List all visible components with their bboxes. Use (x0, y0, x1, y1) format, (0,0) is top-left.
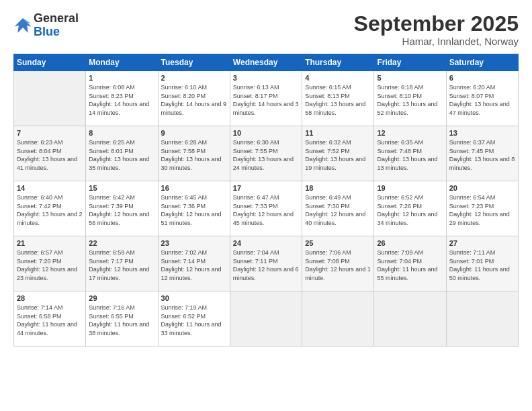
day-cell: 3Sunrise: 6:13 AMSunset: 8:17 PMDaylight… (230, 71, 302, 126)
cell-content: Sunrise: 6:42 AMSunset: 7:39 PMDaylight:… (89, 194, 149, 226)
cell-content: Sunrise: 7:16 AMSunset: 6:55 PMDaylight:… (89, 304, 149, 336)
day-cell: 24Sunrise: 7:04 AMSunset: 7:11 PMDayligh… (230, 236, 302, 291)
day-number: 29 (89, 294, 154, 302)
cell-content: Sunrise: 7:19 AMSunset: 6:52 PMDaylight:… (161, 304, 222, 336)
day-cell: 10Sunrise: 6:30 AMSunset: 7:55 PMDayligh… (230, 126, 302, 181)
day-cell: 8Sunrise: 6:25 AMSunset: 8:01 PMDaylight… (86, 126, 158, 181)
cell-content: Sunrise: 6:45 AMSunset: 7:36 PMDaylight:… (161, 194, 222, 226)
day-cell: 7Sunrise: 6:23 AMSunset: 8:04 PMDaylight… (14, 126, 86, 181)
calendar-page: General Blue September 2025 Hamar, Innla… (0, 0, 532, 411)
logo-icon (13, 16, 32, 35)
day-cell: 15Sunrise: 6:42 AMSunset: 7:39 PMDayligh… (86, 181, 158, 236)
cell-content: Sunrise: 6:59 AMSunset: 7:17 PMDaylight:… (89, 249, 149, 281)
day-number: 11 (305, 129, 371, 137)
day-cell: 27Sunrise: 7:11 AMSunset: 7:01 PMDayligh… (446, 236, 518, 291)
day-cell: 29Sunrise: 7:16 AMSunset: 6:55 PMDayligh… (86, 291, 158, 347)
col-header-wednesday: Wednesday (230, 54, 302, 71)
day-number: 7 (17, 129, 83, 137)
cell-content: Sunrise: 6:23 AMSunset: 8:04 PMDaylight:… (17, 139, 77, 171)
day-number: 17 (233, 184, 299, 192)
day-cell: 19Sunrise: 6:52 AMSunset: 7:26 PMDayligh… (374, 181, 446, 236)
col-header-sunday: Sunday (14, 54, 86, 71)
logo-text: General Blue (34, 12, 79, 39)
cell-content: Sunrise: 6:18 AMSunset: 8:10 PMDaylight:… (377, 84, 437, 116)
day-number: 9 (161, 129, 227, 137)
week-row-3: 14Sunrise: 6:40 AMSunset: 7:42 PMDayligh… (14, 181, 519, 236)
cell-content: Sunrise: 6:37 AMSunset: 7:45 PMDaylight:… (449, 139, 515, 171)
day-number: 15 (89, 184, 154, 192)
day-cell: 18Sunrise: 6:49 AMSunset: 7:30 PMDayligh… (302, 181, 374, 236)
cell-content: Sunrise: 6:08 AMSunset: 8:23 PMDaylight:… (89, 84, 149, 116)
cell-content: Sunrise: 6:30 AMSunset: 7:55 PMDaylight:… (233, 139, 294, 171)
day-number: 20 (449, 184, 515, 192)
day-number: 27 (449, 239, 515, 247)
cell-content: Sunrise: 6:13 AMSunset: 8:17 PMDaylight:… (233, 84, 299, 116)
logo: General Blue (13, 12, 79, 39)
day-cell: 30Sunrise: 7:19 AMSunset: 6:52 PMDayligh… (158, 291, 230, 347)
day-number: 21 (17, 239, 83, 247)
day-cell: 5Sunrise: 6:18 AMSunset: 8:10 PMDaylight… (374, 71, 446, 126)
day-number: 12 (377, 129, 443, 137)
day-number: 18 (305, 184, 371, 192)
day-cell (302, 291, 374, 347)
week-row-4: 21Sunrise: 6:57 AMSunset: 7:20 PMDayligh… (14, 236, 519, 291)
cell-content: Sunrise: 7:11 AMSunset: 7:01 PMDaylight:… (449, 249, 510, 281)
title-block: September 2025 Hamar, Innlandet, Norway (354, 12, 519, 47)
day-cell (374, 291, 446, 347)
cell-content: Sunrise: 6:47 AMSunset: 7:33 PMDaylight:… (233, 194, 294, 226)
cell-content: Sunrise: 6:25 AMSunset: 8:01 PMDaylight:… (89, 139, 149, 171)
day-number: 3 (233, 74, 299, 82)
day-number: 6 (449, 74, 515, 82)
cell-content: Sunrise: 6:57 AMSunset: 7:20 PMDaylight:… (17, 249, 77, 281)
cell-content: Sunrise: 6:52 AMSunset: 7:26 PMDaylight:… (377, 194, 437, 226)
cell-content: Sunrise: 7:02 AMSunset: 7:14 PMDaylight:… (161, 249, 222, 281)
day-cell: 20Sunrise: 6:54 AMSunset: 7:23 PMDayligh… (446, 181, 518, 236)
cell-content: Sunrise: 6:40 AMSunset: 7:42 PMDaylight:… (17, 194, 83, 226)
day-number: 28 (17, 294, 83, 302)
cell-content: Sunrise: 6:49 AMSunset: 7:30 PMDaylight:… (305, 194, 365, 226)
day-cell: 21Sunrise: 6:57 AMSunset: 7:20 PMDayligh… (14, 236, 86, 291)
cell-content: Sunrise: 7:04 AMSunset: 7:11 PMDaylight:… (233, 249, 299, 281)
col-header-tuesday: Tuesday (158, 54, 230, 71)
day-number: 16 (161, 184, 227, 192)
cell-content: Sunrise: 7:06 AMSunset: 7:08 PMDaylight:… (305, 249, 371, 281)
day-number: 25 (305, 239, 371, 247)
week-row-1: 1Sunrise: 6:08 AMSunset: 8:23 PMDaylight… (14, 71, 519, 126)
day-number: 1 (89, 74, 154, 82)
cell-content: Sunrise: 6:32 AMSunset: 7:52 PMDaylight:… (305, 139, 365, 171)
svg-marker-0 (15, 18, 32, 33)
day-number: 22 (89, 239, 154, 247)
day-cell: 25Sunrise: 7:06 AMSunset: 7:08 PMDayligh… (302, 236, 374, 291)
day-number: 4 (305, 74, 371, 82)
day-number: 19 (377, 184, 443, 192)
day-cell: 2Sunrise: 6:10 AMSunset: 8:20 PMDaylight… (158, 71, 230, 126)
col-header-monday: Monday (86, 54, 158, 71)
day-number: 2 (161, 74, 227, 82)
cell-content: Sunrise: 6:15 AMSunset: 8:13 PMDaylight:… (305, 84, 365, 116)
cell-content: Sunrise: 6:28 AMSunset: 7:58 PMDaylight:… (161, 139, 222, 171)
cell-content: Sunrise: 7:14 AMSunset: 6:58 PMDaylight:… (17, 304, 77, 336)
day-cell: 13Sunrise: 6:37 AMSunset: 7:45 PMDayligh… (446, 126, 518, 181)
day-number: 26 (377, 239, 443, 247)
day-cell: 26Sunrise: 7:09 AMSunset: 7:04 PMDayligh… (374, 236, 446, 291)
day-number: 10 (233, 129, 299, 137)
header-row: SundayMondayTuesdayWednesdayThursdayFrid… (14, 54, 519, 71)
week-row-2: 7Sunrise: 6:23 AMSunset: 8:04 PMDaylight… (14, 126, 519, 181)
day-cell: 4Sunrise: 6:15 AMSunset: 8:13 PMDaylight… (302, 71, 374, 126)
day-cell: 12Sunrise: 6:35 AMSunset: 7:48 PMDayligh… (374, 126, 446, 181)
day-number: 5 (377, 74, 443, 82)
day-cell: 28Sunrise: 7:14 AMSunset: 6:58 PMDayligh… (14, 291, 86, 347)
day-cell: 1Sunrise: 6:08 AMSunset: 8:23 PMDaylight… (86, 71, 158, 126)
day-number: 14 (17, 184, 83, 192)
day-number: 30 (161, 294, 227, 302)
cell-content: Sunrise: 6:35 AMSunset: 7:48 PMDaylight:… (377, 139, 437, 171)
week-row-5: 28Sunrise: 7:14 AMSunset: 6:58 PMDayligh… (14, 291, 519, 347)
header: General Blue September 2025 Hamar, Innla… (13, 12, 519, 47)
cell-content: Sunrise: 7:09 AMSunset: 7:04 PMDaylight:… (377, 249, 437, 281)
day-cell (446, 291, 518, 347)
day-cell: 16Sunrise: 6:45 AMSunset: 7:36 PMDayligh… (158, 181, 230, 236)
day-cell: 14Sunrise: 6:40 AMSunset: 7:42 PMDayligh… (14, 181, 86, 236)
cell-content: Sunrise: 6:54 AMSunset: 7:23 PMDaylight:… (449, 194, 510, 226)
location-subtitle: Hamar, Innlandet, Norway (354, 36, 519, 47)
day-cell: 6Sunrise: 6:20 AMSunset: 8:07 PMDaylight… (446, 71, 518, 126)
